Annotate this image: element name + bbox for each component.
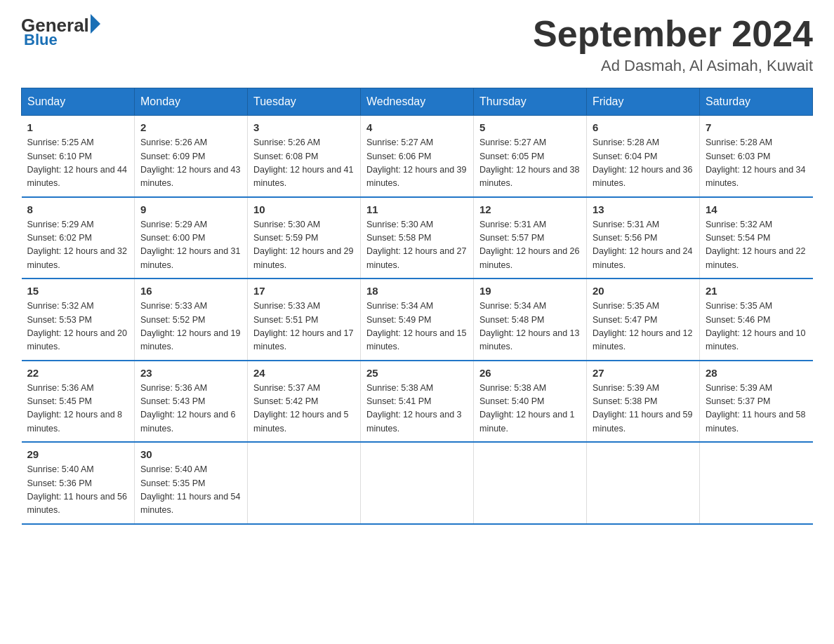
calendar-cell: 14Sunrise: 5:32 AMSunset: 5:54 PMDayligh… <box>700 197 813 279</box>
day-number: 15 <box>27 285 129 297</box>
calendar-cell <box>700 442 813 524</box>
day-info: Sunrise: 5:35 AMSunset: 5:46 PMDaylight:… <box>706 300 807 354</box>
day-info: Sunrise: 5:35 AMSunset: 5:47 PMDaylight:… <box>593 300 694 354</box>
calendar-cell: 29Sunrise: 5:40 AMSunset: 5:36 PMDayligh… <box>22 442 135 524</box>
logo: General Blue <box>21 14 100 49</box>
day-info: Sunrise: 5:40 AMSunset: 5:35 PMDaylight:… <box>140 463 241 518</box>
calendar-cell: 28Sunrise: 5:39 AMSunset: 5:37 PMDayligh… <box>700 361 813 443</box>
day-info: Sunrise: 5:33 AMSunset: 5:51 PMDaylight:… <box>253 300 355 354</box>
day-number: 22 <box>27 367 129 379</box>
day-info: Sunrise: 5:38 AMSunset: 5:40 PMDaylight:… <box>479 382 581 436</box>
day-number: 8 <box>27 203 129 215</box>
day-info: Sunrise: 5:40 AMSunset: 5:36 PMDaylight:… <box>27 463 129 518</box>
day-info: Sunrise: 5:33 AMSunset: 5:52 PMDaylight:… <box>140 300 241 354</box>
page-header: General Blue September 2024 Ad Dasmah, A… <box>21 14 813 75</box>
day-number: 10 <box>253 203 355 215</box>
calendar-cell: 8Sunrise: 5:29 AMSunset: 6:02 PMDaylight… <box>22 197 135 279</box>
calendar-week-row: 1Sunrise: 5:25 AMSunset: 6:10 PMDaylight… <box>22 116 813 197</box>
calendar-cell: 13Sunrise: 5:31 AMSunset: 5:56 PMDayligh… <box>587 197 700 279</box>
calendar-table: SundayMondayTuesdayWednesdayThursdayFrid… <box>21 88 813 525</box>
calendar-cell: 2Sunrise: 5:26 AMSunset: 6:09 PMDaylight… <box>135 116 248 197</box>
day-info: Sunrise: 5:28 AMSunset: 6:03 PMDaylight:… <box>706 136 807 191</box>
day-info: Sunrise: 5:26 AMSunset: 6:08 PMDaylight:… <box>253 136 355 191</box>
day-info: Sunrise: 5:34 AMSunset: 5:48 PMDaylight:… <box>479 300 581 354</box>
calendar-cell: 24Sunrise: 5:37 AMSunset: 5:42 PMDayligh… <box>248 361 361 443</box>
calendar-cell: 15Sunrise: 5:32 AMSunset: 5:53 PMDayligh… <box>22 279 135 361</box>
calendar-cell: 18Sunrise: 5:34 AMSunset: 5:49 PMDayligh… <box>361 279 474 361</box>
day-info: Sunrise: 5:26 AMSunset: 6:09 PMDaylight:… <box>140 136 241 191</box>
day-number: 24 <box>253 367 355 379</box>
weekday-header-sunday: Sunday <box>22 88 135 116</box>
day-info: Sunrise: 5:30 AMSunset: 5:58 PMDaylight:… <box>366 218 468 273</box>
day-number: 25 <box>366 367 468 379</box>
calendar-week-row: 29Sunrise: 5:40 AMSunset: 5:36 PMDayligh… <box>22 442 813 524</box>
calendar-cell: 23Sunrise: 5:36 AMSunset: 5:43 PMDayligh… <box>135 361 248 443</box>
weekday-header-row: SundayMondayTuesdayWednesdayThursdayFrid… <box>22 88 813 116</box>
calendar-cell <box>361 442 474 524</box>
day-info: Sunrise: 5:32 AMSunset: 5:53 PMDaylight:… <box>27 300 129 354</box>
calendar-week-row: 8Sunrise: 5:29 AMSunset: 6:02 PMDaylight… <box>22 197 813 279</box>
month-title: September 2024 <box>533 14 813 54</box>
weekday-header-saturday: Saturday <box>700 88 813 116</box>
day-number: 2 <box>140 121 241 133</box>
calendar-cell: 19Sunrise: 5:34 AMSunset: 5:48 PMDayligh… <box>474 279 587 361</box>
day-number: 1 <box>27 121 129 133</box>
day-info: Sunrise: 5:39 AMSunset: 5:38 PMDaylight:… <box>593 382 694 436</box>
day-info: Sunrise: 5:25 AMSunset: 6:10 PMDaylight:… <box>27 136 129 191</box>
calendar-cell: 11Sunrise: 5:30 AMSunset: 5:58 PMDayligh… <box>361 197 474 279</box>
day-number: 14 <box>706 203 807 215</box>
day-number: 4 <box>366 121 468 133</box>
calendar-cell: 22Sunrise: 5:36 AMSunset: 5:45 PMDayligh… <box>22 361 135 443</box>
calendar-cell: 27Sunrise: 5:39 AMSunset: 5:38 PMDayligh… <box>587 361 700 443</box>
day-info: Sunrise: 5:27 AMSunset: 6:06 PMDaylight:… <box>366 136 468 191</box>
day-number: 21 <box>706 285 807 297</box>
location-subtitle: Ad Dasmah, Al Asimah, Kuwait <box>533 57 813 75</box>
day-number: 23 <box>140 367 241 379</box>
day-info: Sunrise: 5:31 AMSunset: 5:57 PMDaylight:… <box>479 218 581 273</box>
weekday-header-tuesday: Tuesday <box>248 88 361 116</box>
calendar-cell: 16Sunrise: 5:33 AMSunset: 5:52 PMDayligh… <box>135 279 248 361</box>
calendar-week-row: 15Sunrise: 5:32 AMSunset: 5:53 PMDayligh… <box>22 279 813 361</box>
day-number: 5 <box>479 121 581 133</box>
day-number: 30 <box>140 448 241 460</box>
day-number: 16 <box>140 285 241 297</box>
day-number: 28 <box>706 367 807 379</box>
day-info: Sunrise: 5:37 AMSunset: 5:42 PMDaylight:… <box>253 382 355 436</box>
weekday-header-thursday: Thursday <box>474 88 587 116</box>
day-number: 7 <box>706 121 807 133</box>
calendar-cell: 7Sunrise: 5:28 AMSunset: 6:03 PMDaylight… <box>700 116 813 197</box>
day-info: Sunrise: 5:38 AMSunset: 5:41 PMDaylight:… <box>366 382 468 436</box>
day-number: 17 <box>253 285 355 297</box>
weekday-header-monday: Monday <box>135 88 248 116</box>
day-number: 18 <box>366 285 468 297</box>
day-info: Sunrise: 5:29 AMSunset: 6:00 PMDaylight:… <box>140 218 241 273</box>
logo-triangle-icon <box>91 14 100 34</box>
day-number: 26 <box>479 367 581 379</box>
day-info: Sunrise: 5:39 AMSunset: 5:37 PMDaylight:… <box>706 382 807 436</box>
day-info: Sunrise: 5:36 AMSunset: 5:45 PMDaylight:… <box>27 382 129 436</box>
day-number: 3 <box>253 121 355 133</box>
calendar-cell: 20Sunrise: 5:35 AMSunset: 5:47 PMDayligh… <box>587 279 700 361</box>
calendar-cell: 17Sunrise: 5:33 AMSunset: 5:51 PMDayligh… <box>248 279 361 361</box>
day-number: 11 <box>366 203 468 215</box>
calendar-cell: 3Sunrise: 5:26 AMSunset: 6:08 PMDaylight… <box>248 116 361 197</box>
day-number: 12 <box>479 203 581 215</box>
day-info: Sunrise: 5:30 AMSunset: 5:59 PMDaylight:… <box>253 218 355 273</box>
calendar-cell: 30Sunrise: 5:40 AMSunset: 5:35 PMDayligh… <box>135 442 248 524</box>
day-info: Sunrise: 5:28 AMSunset: 6:04 PMDaylight:… <box>593 136 694 191</box>
logo-blue-text: Blue <box>24 31 58 49</box>
calendar-cell: 4Sunrise: 5:27 AMSunset: 6:06 PMDaylight… <box>361 116 474 197</box>
calendar-cell: 21Sunrise: 5:35 AMSunset: 5:46 PMDayligh… <box>700 279 813 361</box>
day-info: Sunrise: 5:32 AMSunset: 5:54 PMDaylight:… <box>706 218 807 273</box>
calendar-week-row: 22Sunrise: 5:36 AMSunset: 5:45 PMDayligh… <box>22 361 813 443</box>
calendar-cell: 9Sunrise: 5:29 AMSunset: 6:00 PMDaylight… <box>135 197 248 279</box>
day-number: 9 <box>140 203 241 215</box>
day-number: 20 <box>593 285 694 297</box>
calendar-cell: 25Sunrise: 5:38 AMSunset: 5:41 PMDayligh… <box>361 361 474 443</box>
calendar-cell <box>587 442 700 524</box>
day-number: 19 <box>479 285 581 297</box>
day-number: 29 <box>27 448 129 460</box>
day-number: 6 <box>593 121 694 133</box>
calendar-cell <box>248 442 361 524</box>
calendar-cell: 1Sunrise: 5:25 AMSunset: 6:10 PMDaylight… <box>22 116 135 197</box>
